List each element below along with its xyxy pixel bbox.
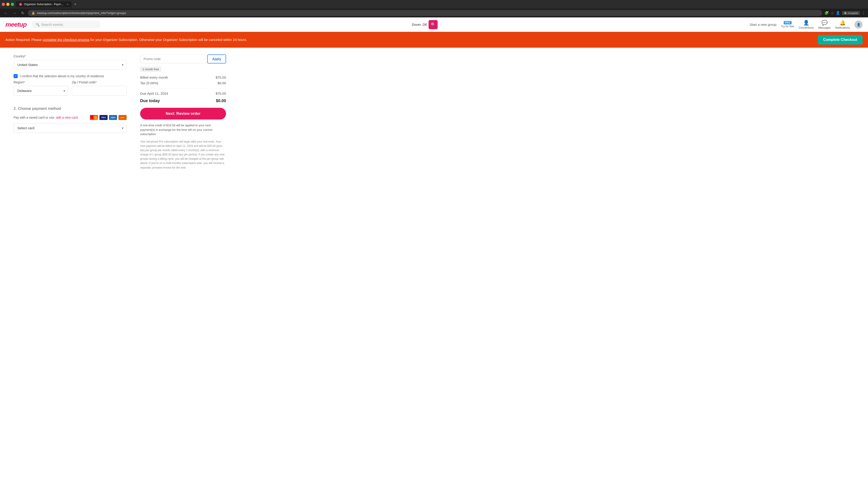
tab-title: Organizer Subscription - Paym… — [24, 3, 64, 6]
incognito-icon: 🕵 — [844, 11, 847, 14]
avatar-placeholder: 👤 — [857, 23, 861, 26]
country-select-wrapper: United States ▾ — [13, 60, 127, 70]
card-icons: VISA AMEX DISC — [90, 115, 127, 120]
lock-icon: 🔒 — [31, 11, 35, 15]
country-label: Country* — [13, 55, 127, 58]
messages-label: Messages — [818, 26, 831, 29]
window-controls — [2, 3, 14, 6]
close-window-button[interactable] — [2, 3, 5, 6]
form-section: Country* United States ▾ ✓ I confirm tha… — [13, 55, 127, 176]
due-date-amount: $70.00 — [216, 92, 226, 95]
location-search-button[interactable]: 🔍 — [429, 20, 438, 29]
zip-input[interactable] — [72, 86, 127, 96]
pay-row: Pay with a saved card or use add a new c… — [13, 115, 127, 120]
promo-row: Apply — [140, 55, 226, 64]
search-icon: 🔍 — [36, 23, 39, 26]
trial-badge: 1 month free — [140, 67, 226, 75]
browser-chrome: m Organizer Subscription - Paym… ✕ + — [0, 0, 868, 8]
start-group-link[interactable]: Start a new group — [750, 23, 776, 26]
url-text: meetup.com/subscription/checkout/pro/pay… — [37, 11, 126, 15]
billed-label: Billed every month — [140, 75, 168, 79]
credit-note: A one-time credit of $19.58 will be appl… — [140, 123, 226, 136]
incognito-badge: 🕵 Incognito — [842, 11, 860, 15]
region-label: Region* — [13, 80, 68, 84]
bookmarks-icon[interactable]: ☆ — [831, 11, 834, 15]
back-button[interactable]: ← — [3, 11, 9, 15]
messages-icon: 💬 — [822, 20, 828, 26]
location-text: Dover, DE — [412, 23, 427, 26]
messages-item[interactable]: 💬 Messages — [818, 20, 831, 29]
card-select[interactable]: Select card — [13, 123, 127, 133]
tax-line: Tax (0.00%) $0.00 — [140, 81, 226, 85]
due-date-line: Due April 11, 2024 $70.00 — [140, 92, 226, 95]
active-tab[interactable]: m Organizer Subscription - Paym… ✕ — [16, 1, 72, 7]
tab-bar: m Organizer Subscription - Paym… ✕ + — [16, 1, 866, 7]
complete-checkout-button[interactable]: Complete Checkout — [818, 35, 863, 44]
region-zip-row: Region* Delaware ▾ Zip / Postal code* — [13, 80, 127, 100]
residence-checkbox-row: ✓ I confirm that the selection above is … — [13, 74, 127, 78]
checkout-link[interactable]: complete the checkout process — [43, 38, 90, 41]
region-select[interactable]: Delaware — [13, 86, 68, 96]
try-pro-item[interactable]: PRO Try for free — [781, 21, 794, 28]
profile-icon[interactable]: 👤 — [836, 11, 840, 15]
new-tab-button[interactable]: + — [72, 2, 78, 7]
meetup-logo[interactable]: meetup — [5, 21, 27, 28]
country-field-group: Country* United States ▾ — [13, 55, 127, 70]
url-bar[interactable]: 🔒 meetup.com/subscription/checkout/pro/p… — [28, 10, 822, 16]
tab-favicon: m — [19, 3, 22, 6]
menu-icon[interactable]: ⋮ — [862, 11, 865, 15]
promo-input[interactable] — [140, 55, 206, 63]
address-bar: ← → ↻ 🔒 meetup.com/subscription/checkout… — [0, 8, 868, 18]
notifications-item[interactable]: 🔔 Notifications — [835, 20, 850, 29]
order-section: Apply 1 month free Billed every month $7… — [140, 55, 226, 176]
zip-label: Zip / Postal code* — [72, 80, 127, 84]
due-today-amount: $0.00 — [216, 98, 226, 103]
country-select[interactable]: United States — [13, 60, 127, 70]
due-today-label: Due today — [140, 98, 160, 103]
notifications-label: Notifications — [835, 26, 850, 29]
billed-amount: $70.00 — [216, 75, 226, 79]
reload-button[interactable]: ↻ — [20, 10, 26, 15]
address-actions: 🧩 ☆ 👤 🕵 Incognito ⋮ — [825, 11, 865, 15]
connections-label: Connections — [799, 26, 814, 29]
header-actions: Start a new group PRO Try for free 👤 Con… — [750, 20, 863, 29]
connections-icon: 👤 — [803, 20, 809, 26]
maximize-window-button[interactable] — [11, 3, 14, 6]
alert-text-part1: Action Required: Please — [5, 38, 43, 41]
alert-text: Action Required: Please complete the che… — [5, 37, 247, 42]
add-new-card-link[interactable]: add a new card — [56, 116, 78, 119]
visa-icon: VISA — [99, 115, 107, 120]
bell-icon: 🔔 — [839, 20, 846, 26]
discover-icon: DISC — [119, 115, 127, 120]
user-avatar[interactable]: 👤 — [855, 21, 863, 29]
amex-icon: AMEX — [109, 115, 117, 120]
billed-line: Billed every month $70.00 — [140, 75, 226, 79]
mastercard-icon — [90, 115, 98, 120]
tax-amount: $0.00 — [217, 81, 226, 85]
extensions-icon[interactable]: 🧩 — [825, 11, 829, 15]
svg-point-1 — [93, 116, 97, 119]
apply-button[interactable]: Apply — [207, 55, 226, 64]
zip-field-group: Zip / Postal code* — [72, 80, 127, 96]
region-select-wrapper: Delaware ▾ — [13, 86, 68, 96]
alert-banner: Action Required: Please complete the che… — [0, 32, 868, 48]
pay-text: Pay with a saved card or use — [13, 116, 54, 119]
site-header: meetup 🔍 Search events Dover, DE 🔍 Start… — [0, 18, 868, 32]
tab-close-icon[interactable]: ✕ — [67, 3, 68, 6]
try-free-label: Try for free — [781, 25, 794, 28]
residence-checkbox[interactable]: ✓ — [13, 74, 18, 78]
trial-badge-text: 1 month free — [140, 67, 161, 72]
due-date-label: Due April 11, 2024 — [140, 92, 168, 95]
payment-section-heading: 2. Choose payment method — [13, 106, 127, 111]
location-area: Dover, DE 🔍 — [412, 20, 438, 29]
card-select-wrapper: Select card ▾ — [13, 123, 127, 133]
search-bar[interactable]: 🔍 Search events — [32, 21, 100, 28]
main-content: Country* United States ▾ ✓ I confirm tha… — [0, 48, 868, 183]
review-order-button[interactable]: Next: Review order — [140, 108, 226, 120]
terms-note: Your full-priced Pro subscription will b… — [140, 140, 226, 170]
region-field-group: Region* Delaware ▾ — [13, 80, 68, 96]
connections-item[interactable]: 👤 Connections — [799, 20, 814, 29]
forward-button[interactable]: → — [11, 11, 18, 15]
minimize-window-button[interactable] — [6, 3, 9, 6]
pro-badge: PRO — [784, 21, 792, 24]
